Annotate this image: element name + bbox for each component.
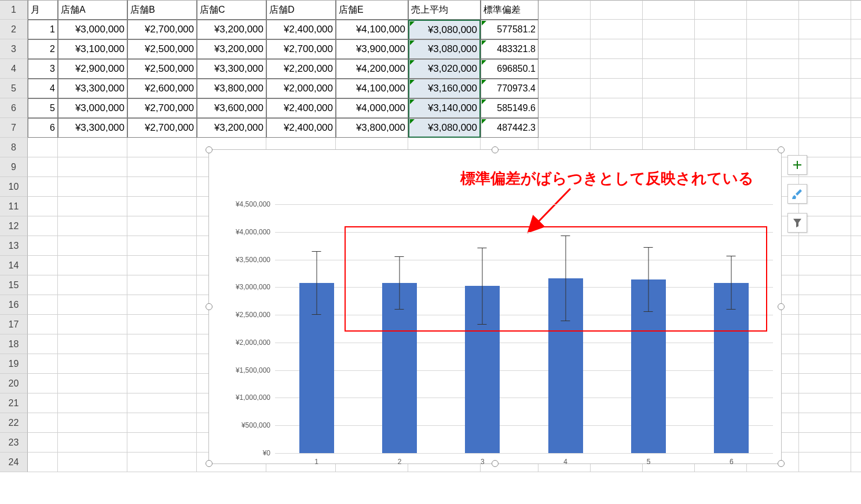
row-header[interactable]: 15 (0, 275, 28, 295)
data-cell[interactable]: ¥3,140,000 (408, 98, 481, 118)
resize-handle-n[interactable] (492, 146, 499, 153)
empty-cell[interactable] (851, 59, 861, 79)
empty-cell[interactable] (799, 413, 851, 433)
empty-cell[interactable] (127, 157, 197, 177)
data-cell[interactable]: ¥2,400,000 (266, 98, 336, 118)
empty-cell[interactable] (695, 118, 747, 138)
empty-cell[interactable] (851, 275, 861, 295)
empty-cell[interactable] (851, 216, 861, 236)
empty-cell[interactable] (799, 79, 851, 98)
resize-handle-nw[interactable] (206, 146, 212, 153)
empty-cell[interactable] (851, 79, 861, 98)
data-cell[interactable]: ¥2,700,000 (127, 118, 197, 138)
empty-cell[interactable] (127, 453, 197, 472)
empty-cell[interactable] (851, 295, 861, 315)
empty-cell[interactable] (28, 197, 58, 216)
data-cell[interactable]: ¥3,900,000 (336, 39, 408, 59)
data-cell[interactable]: 1 (28, 20, 58, 39)
empty-cell[interactable] (58, 354, 127, 374)
empty-cell[interactable] (643, 98, 695, 118)
row-header[interactable]: 22 (0, 413, 28, 433)
empty-cell[interactable] (747, 98, 799, 118)
empty-cell[interactable] (28, 315, 58, 334)
column-header-cell[interactable]: 売上平均 (408, 0, 481, 20)
empty-cell[interactable] (58, 275, 127, 295)
data-cell[interactable]: ¥3,600,000 (197, 98, 266, 118)
data-cell[interactable]: ¥2,200,000 (266, 59, 336, 79)
resize-handle-e[interactable] (778, 303, 785, 310)
data-cell[interactable]: ¥2,400,000 (266, 20, 336, 39)
empty-cell[interactable] (799, 118, 851, 138)
data-cell[interactable]: ¥2,900,000 (58, 59, 127, 79)
empty-cell[interactable] (747, 79, 799, 98)
empty-cell[interactable] (799, 334, 851, 354)
empty-cell[interactable] (851, 0, 861, 20)
empty-cell[interactable] (127, 197, 197, 216)
empty-cell[interactable] (851, 197, 861, 216)
empty-cell[interactable] (851, 374, 861, 393)
empty-cell[interactable] (799, 354, 851, 374)
empty-cell[interactable] (58, 374, 127, 393)
resize-handle-w[interactable] (206, 303, 212, 310)
empty-cell[interactable] (58, 393, 127, 413)
chart-styles-button[interactable] (787, 184, 807, 204)
data-cell[interactable]: ¥3,160,000 (408, 79, 481, 98)
data-cell[interactable]: ¥2,700,000 (266, 39, 336, 59)
empty-cell[interactable] (28, 216, 58, 236)
row-header[interactable]: 24 (0, 453, 28, 472)
empty-cell[interactable] (695, 59, 747, 79)
empty-cell[interactable] (58, 236, 127, 256)
empty-cell[interactable] (127, 138, 197, 157)
empty-cell[interactable] (747, 59, 799, 79)
empty-cell[interactable] (799, 236, 851, 256)
data-cell[interactable]: 577581.2 (481, 20, 538, 39)
resize-handle-ne[interactable] (778, 146, 785, 153)
data-cell[interactable]: 6 (28, 118, 58, 138)
row-header[interactable]: 23 (0, 433, 28, 453)
row-header[interactable]: 12 (0, 216, 28, 236)
data-cell[interactable]: ¥3,300,000 (58, 79, 127, 98)
empty-cell[interactable] (127, 315, 197, 334)
empty-cell[interactable] (28, 374, 58, 393)
empty-cell[interactable] (851, 413, 861, 433)
empty-cell[interactable] (591, 20, 643, 39)
empty-cell[interactable] (58, 315, 127, 334)
data-cell[interactable]: ¥3,080,000 (408, 20, 481, 39)
empty-cell[interactable] (58, 334, 127, 354)
data-cell[interactable]: ¥4,000,000 (336, 98, 408, 118)
empty-cell[interactable] (28, 354, 58, 374)
empty-cell[interactable] (851, 393, 861, 413)
data-cell[interactable]: 696850.1 (481, 59, 538, 79)
empty-cell[interactable] (799, 59, 851, 79)
empty-cell[interactable] (591, 39, 643, 59)
empty-cell[interactable] (538, 59, 591, 79)
empty-cell[interactable] (851, 315, 861, 334)
empty-cell[interactable] (127, 334, 197, 354)
empty-cell[interactable] (799, 374, 851, 393)
empty-cell[interactable] (591, 59, 643, 79)
data-cell[interactable]: ¥2,500,000 (127, 59, 197, 79)
empty-cell[interactable] (643, 59, 695, 79)
data-cell[interactable]: ¥3,800,000 (336, 118, 408, 138)
empty-cell[interactable] (851, 433, 861, 453)
empty-cell[interactable] (799, 0, 851, 20)
empty-cell[interactable] (799, 315, 851, 334)
row-header[interactable]: 16 (0, 295, 28, 315)
resize-handle-s[interactable] (492, 460, 499, 467)
empty-cell[interactable] (28, 157, 58, 177)
data-cell[interactable]: ¥3,000,000 (58, 98, 127, 118)
empty-cell[interactable] (799, 393, 851, 413)
empty-cell[interactable] (591, 79, 643, 98)
column-header-cell[interactable]: 店舗D (266, 0, 336, 20)
empty-cell[interactable] (851, 453, 861, 472)
empty-cell[interactable] (127, 393, 197, 413)
empty-cell[interactable] (643, 118, 695, 138)
empty-cell[interactable] (538, 98, 591, 118)
data-cell[interactable]: 3 (28, 59, 58, 79)
empty-cell[interactable] (127, 256, 197, 275)
empty-cell[interactable] (851, 39, 861, 59)
empty-cell[interactable] (799, 39, 851, 59)
empty-cell[interactable] (851, 138, 861, 157)
empty-cell[interactable] (851, 157, 861, 177)
chart-object[interactable]: 標準偏差がばらつきとして反映されている ¥0¥500,000¥1,000,000… (208, 149, 782, 464)
